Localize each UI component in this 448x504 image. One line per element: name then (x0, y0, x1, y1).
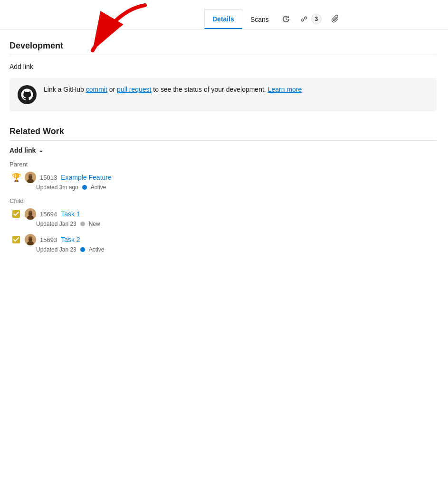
svg-rect-5 (29, 176, 32, 179)
work-item-meta: Updated Jan 23 Active (11, 246, 437, 253)
add-link-related-work-label: Add link (10, 146, 36, 154)
trophy-icon: 🏆 (11, 173, 21, 182)
main-content: Development Add link Link a GitHub commi… (0, 29, 448, 271)
pull-request-link[interactable]: pull request (117, 86, 151, 93)
work-item-updated: Updated Jan 23 (36, 221, 76, 227)
development-divider (10, 55, 437, 55)
svg-rect-10 (29, 213, 32, 215)
paperclip-icon (331, 15, 340, 23)
tab-scans-label: Scans (250, 16, 269, 23)
work-item-status: New (89, 221, 100, 227)
learn-more-link[interactable]: Learn more (268, 86, 302, 93)
work-item-meta: Updated Jan 23 New (11, 221, 437, 227)
work-item-meta: Updated 3m ago Active (11, 184, 437, 191)
github-info-box: Link a GitHub commit or pull request to … (10, 78, 437, 111)
svg-point-1 (18, 85, 37, 104)
link-icon (300, 15, 308, 23)
work-item-id: 15013 (40, 174, 57, 181)
status-dot-new (80, 222, 85, 226)
work-item-id: 15694 (40, 211, 57, 218)
history-icon (282, 15, 290, 23)
list-item: 🏆 15013 Example Feature Updated 3m ago A… (10, 172, 437, 191)
work-item-updated: Updated Jan 23 (36, 246, 76, 253)
work-item-child-15693-main: 15693 Task 2 (11, 234, 437, 245)
svg-rect-15 (29, 238, 32, 241)
related-work-title: Related Work (10, 126, 437, 136)
child-group-label: Child (10, 197, 437, 204)
work-item-status: Active (91, 184, 106, 191)
list-item: 15694 Task 1 Updated Jan 23 New (10, 208, 437, 227)
status-dot-active (82, 185, 87, 190)
tab-details[interactable]: Details (204, 9, 242, 29)
related-work-divider (10, 140, 437, 141)
work-item-child-15694-main: 15694 Task 1 (11, 208, 437, 220)
github-octocat-icon (17, 85, 37, 105)
work-item-status: Active (89, 246, 105, 253)
status-dot-active (80, 247, 85, 252)
commit-link[interactable]: commit (86, 86, 107, 93)
avatar (25, 234, 36, 245)
work-item-title[interactable]: Example Feature (61, 174, 112, 181)
tab-scans[interactable]: Scans (242, 9, 277, 29)
task-icon (11, 235, 21, 244)
chevron-down-icon: ⌄ (38, 147, 43, 154)
work-item-title[interactable]: Task 2 (61, 236, 80, 243)
link-count-badge: 3 (311, 14, 322, 24)
link-tab-icon[interactable]: 3 (295, 9, 326, 29)
add-link-related-work[interactable]: Add link ⌄ (10, 146, 437, 154)
task-icon (11, 209, 21, 219)
related-work-section: Related Work Add link ⌄ Parent 🏆 (10, 126, 437, 253)
work-item-updated: Updated 3m ago (36, 184, 78, 191)
parent-group-label: Parent (10, 161, 437, 168)
history-tab-icon[interactable] (277, 9, 295, 29)
work-item-parent-15013-main: 🏆 15013 Example Feature (11, 172, 437, 183)
avatar (25, 208, 36, 220)
development-title: Development (10, 41, 437, 51)
list-item: 15693 Task 2 Updated Jan 23 Active (10, 234, 437, 253)
tab-bar: Details Scans 3 (0, 0, 448, 29)
add-link-development[interactable]: Add link (10, 61, 437, 78)
tab-details-label: Details (212, 15, 234, 23)
work-item-id: 15693 (40, 236, 57, 243)
add-link-development-label[interactable]: Add link (10, 61, 33, 72)
github-info-text: Link a GitHub commit or pull request to … (44, 85, 302, 95)
work-item-title[interactable]: Task 1 (61, 210, 80, 218)
paperclip-tab-icon[interactable] (326, 9, 344, 29)
avatar (25, 172, 36, 183)
development-section: Development Add link Link a GitHub commi… (10, 41, 437, 111)
